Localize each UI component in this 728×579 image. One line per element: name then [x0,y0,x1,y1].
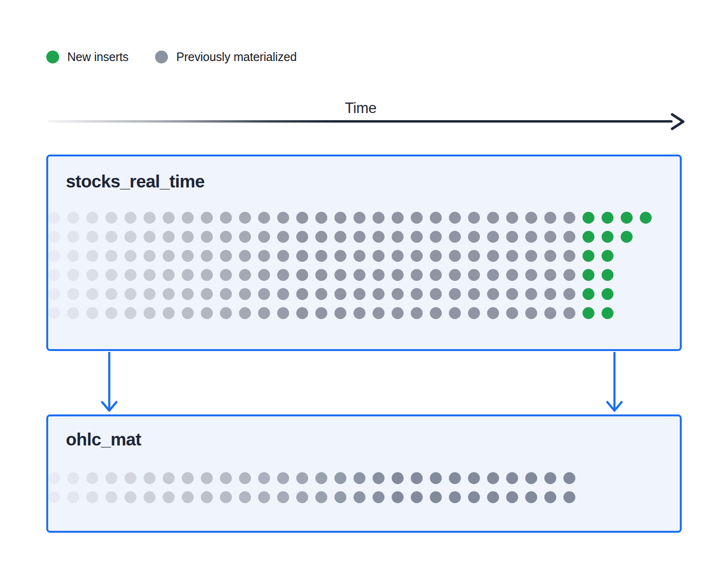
materialized-dot [86,288,98,300]
table-title: stocks_real_time [66,172,205,192]
materialized-dot [277,472,289,484]
materialized-dot [373,250,385,262]
materialized-dot [67,250,79,262]
materialized-dot [563,472,575,484]
materialized-dot [125,307,136,319]
flow-arrow-right-icon [604,352,625,414]
dot-row [48,487,582,507]
materialized-dot [411,250,423,262]
materialized-dot [354,212,365,224]
previously-materialized-dot-icon [155,51,168,63]
new-insert-dot [621,212,633,224]
materialized-dot [67,307,79,319]
materialized-dot [258,288,270,300]
materialized-dot [430,250,442,262]
materialized-dot [296,307,308,319]
materialized-dot [105,472,117,484]
legend: New inserts Previously materialized [46,50,297,64]
materialized-dot [105,491,117,503]
new-insert-dot [582,231,594,243]
materialized-dot [239,231,251,243]
materialized-dot [239,269,251,281]
legend-label-previously-materialized: Previously materialized [176,50,296,64]
time-axis-label: Time [48,100,674,117]
materialized-dot [105,288,117,300]
time-axis-arrowhead-icon [670,113,686,131]
materialized-dot [144,231,156,243]
dot-row [48,208,659,227]
materialized-dot [411,288,423,300]
materialized-dot [487,307,499,319]
materialized-dot [182,269,194,281]
materialized-dot [487,212,499,224]
materialized-dot [144,212,156,224]
new-insert-dot [602,269,614,281]
diagram-canvas: New inserts Previously materialized Time… [0,0,728,579]
materialized-dot [468,307,480,319]
materialized-dot [563,491,575,503]
materialized-dot [430,491,442,503]
new-insert-dot [640,212,652,224]
materialized-dot [144,269,156,281]
materialized-dot [334,269,346,281]
materialized-dot [182,307,194,319]
materialized-dot [315,250,327,262]
materialized-dot [258,307,270,319]
materialized-dot [201,212,213,224]
materialized-dot [163,231,175,243]
materialized-dot [220,491,232,503]
materialized-dot [468,250,480,262]
materialized-dot [411,212,423,224]
materialized-dot [86,250,98,262]
materialized-dot [258,472,270,484]
materialized-dot [277,269,289,281]
materialized-dot [144,250,156,262]
materialized-dot [201,231,213,243]
materialized-dot [67,212,79,224]
materialized-dot [334,491,346,503]
materialized-dot [105,307,117,319]
materialized-dot [201,307,213,319]
materialized-dot [48,212,60,224]
materialized-dot [125,288,136,300]
materialized-dot [354,307,365,319]
materialized-dot [544,307,556,319]
materialized-dot [468,472,480,484]
materialized-dot [86,307,98,319]
materialized-dot [487,250,499,262]
materialized-dot [525,269,537,281]
materialized-dot [125,250,136,262]
materialized-dot [430,307,442,319]
materialized-dot [487,269,499,281]
materialized-dot [354,269,365,281]
materialized-dot [277,212,289,224]
materialized-dot [430,269,442,281]
materialized-dot [544,250,556,262]
materialized-dot [449,288,461,300]
materialized-dot [315,269,327,281]
materialized-dot [411,269,423,281]
materialized-dot [392,269,404,281]
materialized-dot [105,269,117,281]
materialized-dot [182,472,194,484]
materialized-dot [315,307,327,319]
materialized-dot [354,288,365,300]
materialized-dot [544,288,556,300]
materialized-dot [449,472,461,484]
materialized-dot [373,472,385,484]
new-insert-dot [582,250,594,262]
table-stocks-real-time: stocks_real_time [46,155,682,351]
materialized-dot [506,491,518,503]
new-inserts-dot-icon [46,51,59,63]
legend-item-new-inserts: New inserts [46,50,128,64]
materialized-dot [125,472,136,484]
materialized-dot [86,212,98,224]
materialized-dot [563,307,575,319]
materialized-dot [125,212,136,224]
materialized-dot [449,491,461,503]
materialized-dot [315,491,327,503]
materialized-dot [468,212,480,224]
new-insert-dot [602,231,614,243]
materialized-dot [239,250,251,262]
materialized-dot [296,491,308,503]
